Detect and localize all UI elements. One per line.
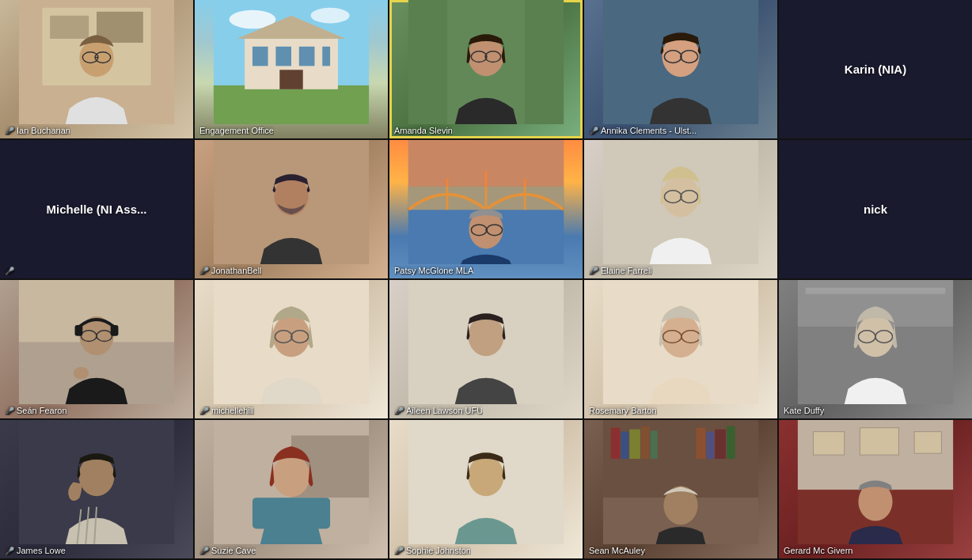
label-michelle: 🎤 — [5, 267, 14, 275]
nick-name: nick — [864, 202, 887, 216]
tile-sophie-johnston[interactable]: 🎤 Sophie Johnston — [389, 420, 583, 558]
mic-jonathan: 🎤 — [199, 267, 209, 275]
svg-rect-104 — [914, 432, 941, 453]
svg-rect-96 — [706, 432, 714, 459]
label-jonathan-bell: 🎤 JonathanBell — [199, 266, 262, 275]
tile-jonathan-bell[interactable]: 🎤 JonathanBell — [195, 140, 388, 278]
mic-sean-f: 🎤 — [5, 407, 14, 415]
label-gerard-mc-givern: Gerard Mc Givern — [784, 546, 852, 555]
svg-point-85 — [272, 455, 309, 497]
tile-rosemary-barton[interactable]: Rosemary Barton — [584, 280, 777, 418]
label-elaine-farrell: 🎤 Elaine Farrell — [589, 266, 652, 275]
karin-nia-name: Karin (NIA) — [845, 62, 906, 76]
label-james-lowe: 🎤 James Lowe — [5, 546, 66, 555]
tile-elaine-farrell[interactable]: 🎤 Elaine Farrell — [584, 140, 777, 278]
tile-karin-nia[interactable]: Karin (NIA) — [779, 0, 972, 138]
mic-muted-michelle: 🎤 — [5, 267, 14, 275]
label-kate-duffy: Kate Duffy — [784, 406, 824, 415]
label-suzie-cave: 🎤 Suzie Cave — [199, 546, 256, 555]
label-patsy-mcglone: Patsy McGlone MLA — [394, 266, 473, 275]
label-engagement-office: Engagement Office — [199, 126, 274, 135]
svg-rect-38 — [408, 187, 564, 210]
svg-rect-95 — [697, 428, 706, 459]
mic-muted-icon: 🎤 — [5, 127, 14, 135]
svg-rect-2 — [50, 16, 89, 39]
svg-rect-16 — [322, 47, 330, 66]
svg-rect-54 — [75, 325, 83, 336]
tile-sean-mcauley[interactable]: Sean McAuley — [584, 420, 777, 558]
tile-kate-duffy[interactable]: Kate Duffy — [779, 280, 972, 418]
svg-rect-97 — [715, 429, 726, 459]
label-amanda-slevin: Amanda Slevin — [394, 126, 453, 135]
label-sean-mcauley: Sean McAuley — [589, 546, 645, 555]
svg-point-56 — [74, 367, 89, 380]
mic-james: 🎤 — [5, 547, 14, 555]
tile-amanda-slevin[interactable]: Amanda Slevin — [389, 0, 583, 138]
tile-patsy-mcglone[interactable]: Patsy McGlone MLA — [389, 140, 583, 278]
tile-annika-clements[interactable]: 🎤 Annika Clements - Ulst... — [584, 0, 777, 138]
svg-rect-98 — [727, 426, 735, 459]
label-sean-fearon: 🎤 Seán Fearon — [5, 406, 67, 415]
mic-aileen: 🎤 — [394, 407, 404, 415]
svg-rect-92 — [629, 429, 640, 459]
svg-rect-14 — [275, 47, 291, 66]
label-aileen-lawson: 🎤 Aileen Lawson UFU — [394, 406, 483, 415]
svg-rect-103 — [860, 428, 898, 455]
svg-rect-11 — [214, 85, 369, 124]
tile-gerard-mc-givern[interactable]: Gerard Mc Givern — [779, 420, 972, 558]
michelle-name: Michelle (NI Ass... — [47, 202, 147, 216]
tile-james-lowe[interactable]: 🎤 James Lowe — [0, 420, 193, 558]
video-grid: 🎤 Ian Buchanan — [0, 0, 972, 560]
tile-michellehill[interactable]: 🎤 michellehill — [195, 280, 388, 418]
svg-rect-94 — [651, 431, 658, 459]
mic-elaine: 🎤 — [589, 267, 598, 275]
tile-nick[interactable]: nick — [779, 140, 972, 278]
svg-rect-15 — [299, 47, 315, 66]
mic-suzie: 🎤 — [199, 547, 209, 555]
mic-michelleh: 🎤 — [199, 407, 209, 415]
svg-point-10 — [311, 8, 350, 24]
label-sophie-johnston: 🎤 Sophie Johnston — [394, 546, 471, 555]
tile-suzie-cave[interactable]: 🎤 Suzie Cave — [195, 420, 388, 558]
svg-point-87 — [468, 456, 503, 496]
svg-rect-93 — [641, 426, 650, 459]
label-annika-clements: 🎤 Annika Clements - Ulst... — [589, 126, 697, 135]
svg-rect-102 — [814, 432, 845, 455]
label-rosemary-barton: Rosemary Barton — [589, 406, 657, 415]
mic-sophie: 🎤 — [394, 547, 404, 555]
svg-rect-72 — [806, 288, 946, 294]
label-michellehill: 🎤 michellehill — [199, 406, 254, 415]
svg-rect-13 — [252, 47, 268, 66]
svg-rect-18 — [279, 70, 302, 89]
tile-ian-buchanan[interactable]: 🎤 Ian Buchanan — [0, 0, 193, 138]
svg-rect-90 — [611, 428, 621, 459]
svg-point-65 — [661, 314, 700, 358]
svg-rect-55 — [111, 325, 119, 336]
mic-muted-icon-2: 🎤 — [589, 127, 598, 135]
tile-sean-fearon[interactable]: 🎤 Seán Fearon — [0, 280, 193, 418]
svg-rect-91 — [621, 432, 628, 459]
tile-michelle-ni-ass[interactable]: Michelle (NI Ass... 🎤 — [0, 140, 193, 278]
svg-point-4 — [79, 40, 113, 77]
label-ian-buchanan: 🎤 Ian Buchanan — [5, 126, 70, 135]
svg-rect-37 — [408, 140, 564, 187]
tile-engagement-office[interactable]: Engagement Office — [195, 0, 388, 138]
tile-aileen-lawson[interactable]: 🎤 Aileen Lawson UFU — [389, 280, 583, 418]
